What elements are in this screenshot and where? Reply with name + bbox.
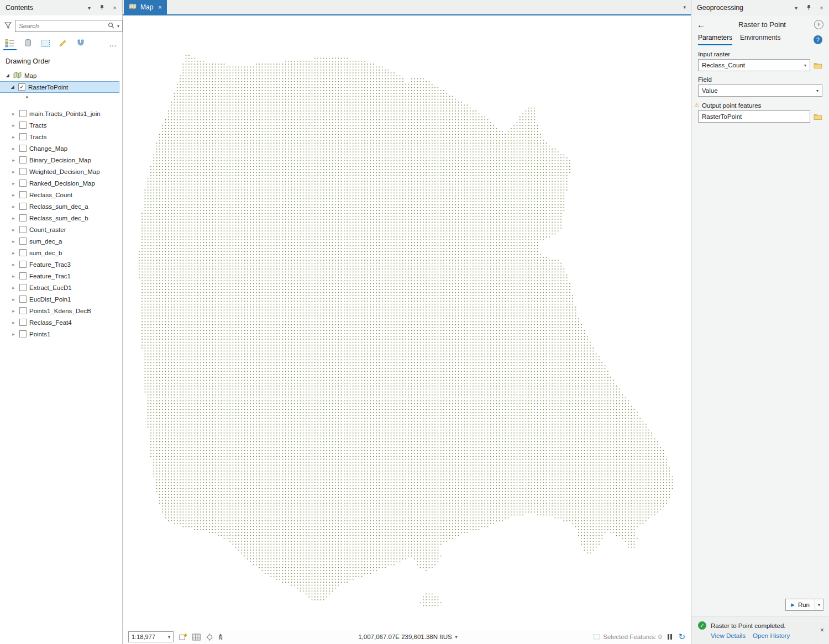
tree-item-layer[interactable]: ▸ main.Tracts_Points1_join [0, 108, 122, 119]
collapsed-arrow-icon[interactable]: ▸ [11, 123, 17, 128]
layer-visibility-checkbox[interactable] [19, 261, 27, 268]
tree-item-layer[interactable]: ▸ Feature_Trac1 [0, 270, 122, 282]
toast-close-icon[interactable]: × [820, 626, 824, 634]
tree-item-layer[interactable]: ▸ Feature_Trac3 [0, 258, 122, 270]
tree-item-layer[interactable]: ▸ Binary_Decision_Map [0, 154, 122, 166]
tree-item-rastertopoint[interactable]: ◢ ✓ RasterToPoint [0, 82, 119, 92]
tab-environments[interactable]: Environments [740, 34, 780, 45]
collapsed-arrow-icon[interactable]: ▸ [11, 192, 17, 198]
collapsed-arrow-icon[interactable]: ▸ [11, 204, 17, 209]
collapsed-arrow-icon[interactable]: ▸ [11, 134, 17, 140]
tree-item-map[interactable]: ◢ Map [0, 70, 122, 81]
layer-visibility-checkbox[interactable] [19, 319, 27, 326]
chevron-down-icon[interactable]: ▾ [792, 5, 800, 11]
layer-visibility-checkbox[interactable] [19, 249, 27, 256]
collapsed-arrow-icon[interactable]: ▸ [11, 297, 17, 302]
layer-visibility-checkbox[interactable] [19, 191, 27, 198]
tree-item-layer[interactable]: ▸ sum_dec_a [0, 235, 122, 247]
chevron-down-icon[interactable]: ▾ [85, 5, 93, 11]
list-by-editing-icon[interactable] [56, 37, 70, 50]
more-options-icon[interactable]: … [109, 41, 117, 46]
tree-item-layer[interactable]: ▸ Tracts [0, 119, 122, 131]
tab-parameters[interactable]: Parameters [698, 34, 732, 45]
collapsed-arrow-icon[interactable]: ▸ [11, 181, 17, 186]
tree-item-layer[interactable]: ▸ Weighted_Decision_Map [0, 166, 122, 177]
scale-combo[interactable]: 1:18,977 ▾ [128, 631, 174, 642]
layer-visibility-checkbox[interactable] [19, 330, 27, 337]
tree-item-layer[interactable]: ▸ Tracts [0, 131, 122, 142]
layer-visibility-checkbox[interactable] [19, 145, 27, 152]
tab-map[interactable]: Map × [124, 0, 167, 14]
view-details-link[interactable]: View Details [711, 632, 746, 639]
expanded-arrow-icon[interactable]: ◢ [9, 85, 15, 89]
tree-item-layer[interactable]: ▸ Change_Map [0, 142, 122, 154]
input-raster-combo[interactable]: Reclass_Count ▾ [698, 59, 810, 71]
expanded-arrow-icon[interactable]: ◢ [4, 73, 11, 78]
layer-visibility-checkbox[interactable] [19, 307, 27, 314]
north-arrow-icon[interactable]: N [219, 634, 223, 640]
layer-visibility-checkbox-checked[interactable]: ✓ [18, 83, 25, 91]
collapsed-arrow-icon[interactable]: ▸ [11, 169, 17, 175]
pin-icon[interactable] [805, 4, 813, 12]
run-button[interactable]: ▶ Run ▾ [785, 599, 823, 611]
pane-menu-chevron-icon[interactable]: ▾ [678, 4, 691, 10]
list-by-selection-icon[interactable] [39, 37, 52, 50]
run-options-chevron-icon[interactable]: ▾ [815, 599, 823, 610]
map-canvas[interactable] [123, 15, 691, 644]
collapsed-arrow-icon[interactable]: ▸ [11, 227, 17, 233]
output-textbox[interactable]: RasterToPoint [698, 110, 810, 123]
layer-visibility-checkbox[interactable] [19, 284, 27, 291]
tree-item-layer[interactable]: ▸ Count_raster [0, 224, 122, 235]
close-icon[interactable]: × [111, 5, 119, 11]
search-options-chevron-icon[interactable]: ▾ [117, 24, 119, 29]
layer-visibility-checkbox[interactable] [19, 203, 27, 210]
list-by-drawing-order-icon[interactable] [3, 37, 17, 50]
list-by-data-source-icon[interactable] [21, 37, 34, 50]
search-icon[interactable] [108, 22, 114, 30]
coordinate-readout[interactable]: 1,007,067.07E 239,601.38N ftUS ▾ [358, 634, 457, 640]
tree-item-layer[interactable]: ▸ Points1 [0, 328, 122, 340]
tree-item-layer[interactable]: ▸ Reclass_sum_dec_a [0, 200, 122, 212]
close-icon[interactable]: × [817, 5, 826, 11]
list-by-snapping-icon[interactable] [74, 37, 87, 50]
tree-item-layer[interactable]: ▸ Points1_Kdens_DecB [0, 305, 122, 316]
tree-item-layer[interactable]: ▸ Reclass_Count [0, 189, 122, 200]
help-icon[interactable]: ? [814, 35, 822, 44]
tree-item-layer[interactable]: ▸ Extract_EucD1 [0, 282, 122, 293]
field-combo[interactable]: Value ▾ [698, 85, 822, 97]
pin-icon[interactable] [98, 4, 106, 12]
layer-visibility-checkbox[interactable] [19, 214, 27, 221]
selected-features-indicator[interactable]: Selected Features: 0 [593, 634, 662, 640]
add-to-model-icon[interactable]: + [814, 20, 823, 29]
pause-drawing-icon[interactable] [668, 634, 672, 640]
attribute-table-icon[interactable] [192, 634, 201, 641]
search-input[interactable] [19, 23, 105, 29]
layer-visibility-checkbox[interactable] [19, 168, 27, 175]
collapsed-arrow-icon[interactable]: ▸ [11, 215, 17, 221]
collapsed-arrow-icon[interactable]: ▸ [11, 262, 17, 267]
tree-item-layer[interactable]: ▸ Reclass_Feat4 [0, 316, 122, 328]
close-tab-icon[interactable]: × [158, 4, 161, 10]
crosshair-icon[interactable] [206, 633, 214, 641]
layer-visibility-checkbox[interactable] [19, 156, 27, 163]
layer-visibility-checkbox[interactable] [19, 237, 27, 245]
layer-visibility-checkbox[interactable] [19, 133, 27, 140]
browse-folder-icon[interactable] [814, 113, 822, 120]
collapsed-arrow-icon[interactable]: ▸ [11, 273, 17, 279]
layer-visibility-checkbox[interactable] [19, 272, 27, 279]
collapsed-arrow-icon[interactable]: ▸ [11, 157, 17, 163]
layer-visibility-checkbox[interactable] [19, 295, 27, 303]
tree-item-layer[interactable]: ▸ sum_dec_b [0, 247, 122, 258]
add-map-frame-icon[interactable] [179, 633, 187, 641]
tree-item-layer[interactable]: ▸ Reclass_sum_dec_b [0, 212, 122, 224]
refresh-icon[interactable]: ↻ [678, 633, 685, 641]
back-arrow-icon[interactable]: ← [697, 20, 710, 29]
collapsed-arrow-icon[interactable]: ▸ [11, 331, 17, 337]
layer-visibility-checkbox[interactable] [19, 122, 27, 129]
tree-item-layer[interactable]: ▸ Ranked_Decision_Map [0, 177, 122, 189]
browse-folder-icon[interactable] [814, 62, 822, 69]
collapsed-arrow-icon[interactable]: ▸ [11, 239, 17, 244]
collapsed-arrow-icon[interactable]: ▸ [11, 320, 17, 325]
collapsed-arrow-icon[interactable]: ▸ [11, 111, 17, 117]
tree-item-layer[interactable]: ▸ EucDist_Poin1 [0, 293, 122, 305]
